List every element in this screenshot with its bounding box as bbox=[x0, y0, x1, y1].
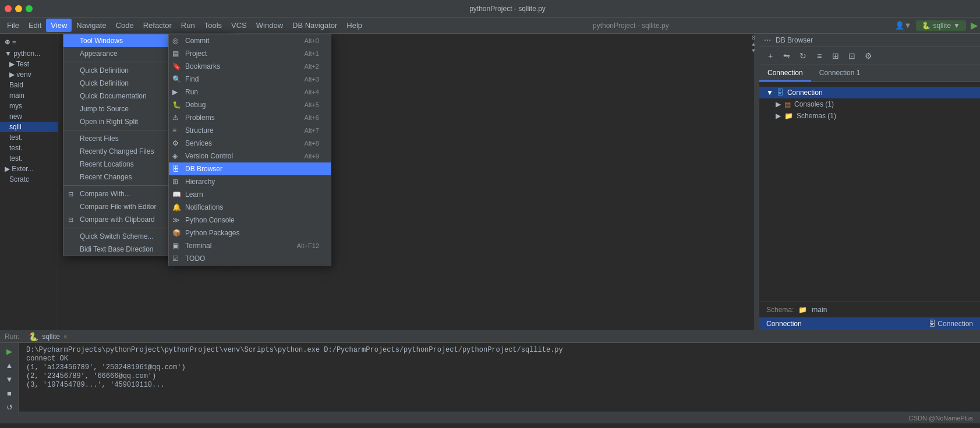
quick-def-label: Quick Definition bbox=[80, 66, 129, 75]
submenu-services[interactable]: ⚙ Services Alt+8 bbox=[169, 137, 331, 150]
menu-bar: File Edit View Navigate Code Refactor Ru… bbox=[0, 17, 980, 34]
find-label: Find bbox=[185, 75, 199, 83]
run-green-button[interactable]: ▶ bbox=[971, 20, 978, 31]
db-tab-connection1[interactable]: Connection 1 bbox=[811, 65, 869, 82]
submenu-debug[interactable]: 🐛 Debug Alt+5 bbox=[169, 98, 331, 111]
menu-file[interactable]: File bbox=[2, 19, 24, 32]
db-filter-button[interactable]: ⊞ bbox=[829, 49, 842, 62]
run-up-button[interactable]: ▲ bbox=[3, 359, 15, 371]
compare-file-label: Compare File with Editor bbox=[80, 203, 156, 211]
db-tree-connection[interactable]: ▼ 🗄 Connection bbox=[759, 87, 980, 98]
project-test[interactable]: ▶ Test bbox=[0, 59, 58, 69]
menu-db-navigator[interactable]: DB Navigator bbox=[288, 19, 342, 32]
project-mys[interactable]: mys bbox=[0, 101, 58, 111]
run-tab-bar: Run: 🐍 sqllite × bbox=[0, 331, 980, 343]
run-tab-python-icon: 🐍 bbox=[29, 332, 38, 341]
submenu-find[interactable]: 🔍 Find Alt+3 bbox=[169, 73, 331, 86]
submenu-python-packages[interactable]: 📦 Python Packages bbox=[169, 227, 331, 239]
bookmarks-shortcut: Alt+2 bbox=[305, 63, 319, 70]
run-rerun-button[interactable]: ↺ bbox=[3, 401, 15, 413]
submenu-structure[interactable]: ≡ Structure Alt+7 bbox=[169, 124, 331, 137]
menu-tools[interactable]: Tools bbox=[200, 19, 227, 32]
submenu-problems[interactable]: ⚠ Problems Alt+6 bbox=[169, 111, 331, 124]
submenu-bookmarks[interactable]: 🔖 Bookmarks Alt+2 bbox=[169, 60, 331, 73]
close-button[interactable] bbox=[5, 5, 12, 12]
db-settings-button[interactable]: ⚙ bbox=[862, 49, 875, 62]
project-main[interactable]: main bbox=[0, 90, 58, 101]
run-submenu-label: Run bbox=[185, 88, 198, 96]
python-console-label: Python Console bbox=[185, 216, 235, 224]
run-tab-sqllite[interactable]: 🐍 sqllite × bbox=[24, 331, 72, 342]
menu-view[interactable]: View bbox=[46, 19, 72, 32]
run-stop-button[interactable]: ■ bbox=[3, 387, 15, 399]
project-sqllite[interactable]: sqlli bbox=[0, 122, 58, 132]
menu-edit[interactable]: Edit bbox=[24, 19, 46, 32]
project-test3[interactable]: test. bbox=[0, 153, 58, 164]
maximize-button[interactable] bbox=[26, 5, 33, 12]
db-toolbar: + ⇋ ↻ ≡ ⊞ ⊡ ⚙ bbox=[759, 47, 980, 65]
version-control-shortcut: Alt+9 bbox=[305, 153, 319, 160]
project-root[interactable]: ▼ python... bbox=[0, 48, 58, 59]
submenu-db-browser[interactable]: 🗄 DB Browser bbox=[169, 162, 331, 175]
appearance-label: Appearance bbox=[80, 49, 118, 58]
terminal-shortcut: Alt+F12 bbox=[297, 242, 319, 249]
project-venv[interactable]: ▶ venv bbox=[0, 69, 58, 80]
schemas-icon: 📁 bbox=[784, 112, 793, 120]
project-scratch[interactable]: Scratc bbox=[0, 174, 58, 185]
debug-shortcut: Alt+5 bbox=[305, 101, 319, 108]
run-tab-close[interactable]: × bbox=[63, 333, 67, 340]
menu-window[interactable]: Window bbox=[252, 19, 288, 32]
db-add-button[interactable]: + bbox=[764, 49, 777, 62]
submenu-hierarchy[interactable]: ⊞ Hierarchy bbox=[169, 175, 331, 188]
db-tab-connection[interactable]: Connection bbox=[759, 65, 811, 82]
db-connect-button[interactable]: ⇋ bbox=[780, 49, 793, 62]
run-down-button[interactable]: ▼ bbox=[3, 373, 15, 385]
submenu-todo[interactable]: ☑ TODO bbox=[169, 252, 331, 265]
submenu-run[interactable]: ▶ Run Alt+4 bbox=[169, 86, 331, 98]
db-tree-schemas[interactable]: ▶ 📁 Schemas (1) bbox=[759, 110, 980, 122]
project-test2[interactable]: test. bbox=[0, 143, 58, 153]
submenu-python-console[interactable]: ≫ Python Console bbox=[169, 214, 331, 227]
submenu-version-control[interactable]: ◈ Version Control Alt+9 bbox=[169, 150, 331, 162]
user-icon[interactable]: 👤▼ bbox=[895, 21, 912, 30]
add-dir-icon[interactable]: ⊕ bbox=[5, 38, 10, 46]
run-play-button[interactable]: ▶ bbox=[3, 345, 15, 357]
python-console-icon: ≫ bbox=[172, 216, 180, 224]
db-export-button[interactable]: ⊡ bbox=[845, 49, 858, 62]
connection-collapse-icon: ▼ bbox=[766, 89, 773, 97]
submenu-learn[interactable]: 📖 Learn bbox=[169, 188, 331, 201]
menu-code[interactable]: Code bbox=[111, 19, 139, 32]
menu-help[interactable]: Help bbox=[342, 19, 367, 32]
menu-navigate[interactable]: Navigate bbox=[72, 19, 111, 32]
warning-count[interactable]: ⚠ 8 ▲ ▼ bbox=[752, 36, 759, 45]
connection-db-icon: 🗄 bbox=[777, 89, 784, 97]
run-output-line-1: D:\PycharmProjects\pythonProject\pythonP… bbox=[26, 346, 973, 354]
project-external[interactable]: ▶ Exter... bbox=[0, 164, 58, 174]
submenu-notifications[interactable]: 🔔 Notifications bbox=[169, 201, 331, 214]
find-icon: 🔍 bbox=[172, 75, 181, 83]
submenu-terminal[interactable]: ▣ Terminal Alt+F12 bbox=[169, 239, 331, 252]
project-baid[interactable]: Baid bbox=[0, 80, 58, 90]
run-output-line-5: (2, '23456789', '66666@qq.com') bbox=[26, 372, 973, 380]
sqllite-run-button[interactable]: 🐍 sqllite ▼ bbox=[916, 20, 966, 31]
tool-windows-submenu[interactable]: ◎ Commit Alt+0 ▤ Project Alt+1 🔖 Bookmar… bbox=[168, 34, 331, 266]
submenu-project[interactable]: ▤ Project Alt+1 bbox=[169, 47, 331, 60]
minimize-button[interactable] bbox=[15, 5, 22, 12]
db-header-dots[interactable]: ⋯ bbox=[764, 36, 771, 44]
db-refresh-button[interactable]: ↻ bbox=[797, 49, 809, 62]
run-config-dropdown[interactable]: ▼ bbox=[953, 22, 960, 30]
menu-run[interactable]: Run bbox=[176, 19, 200, 32]
db-tree-consoles[interactable]: ▶ ▤ Consoles (1) bbox=[759, 98, 980, 110]
project-new[interactable]: new bbox=[0, 111, 58, 122]
db-schema-button[interactable]: ≡ bbox=[813, 49, 826, 62]
menu-refactor[interactable]: Refactor bbox=[139, 19, 176, 32]
connection-bar[interactable]: Connection 🗄 Connection bbox=[759, 317, 980, 330]
submenu-commit[interactable]: ◎ Commit Alt+0 bbox=[169, 34, 331, 47]
terminal-label: Terminal bbox=[185, 242, 211, 250]
menu-vcs[interactable]: VCS bbox=[227, 19, 252, 32]
collapse-icon[interactable]: ≡ bbox=[12, 39, 16, 46]
project-test1[interactable]: test. bbox=[0, 132, 58, 143]
run-tab-label: sqllite bbox=[42, 333, 60, 341]
commit-shortcut: Alt+0 bbox=[305, 37, 319, 44]
editor-scrollbar[interactable]: ⚠ 8 ▲ ▼ bbox=[754, 34, 759, 330]
